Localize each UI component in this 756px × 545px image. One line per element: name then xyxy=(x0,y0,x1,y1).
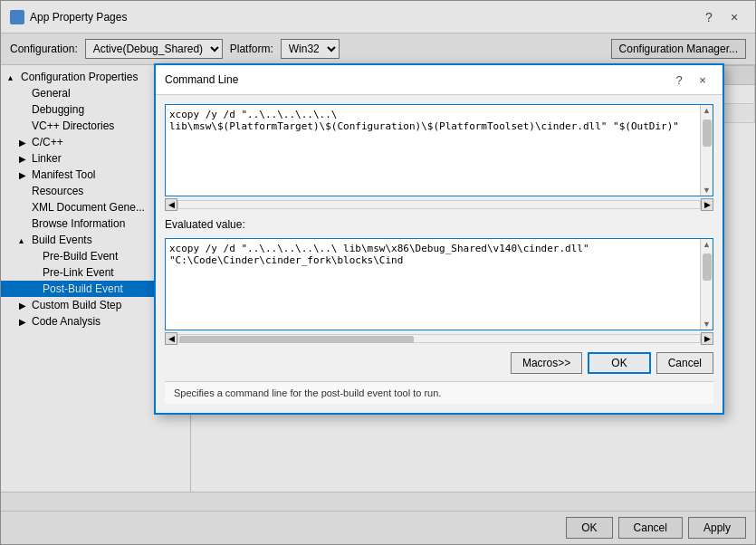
command-textarea-wrapper: xcopy /y /d "..\..\..\..\..\ lib\msw\$(P… xyxy=(165,104,713,196)
dialog-controls: ? × xyxy=(668,71,713,89)
evaluated-scrollbar-v[interactable]: ▲ ▼ xyxy=(700,239,713,330)
dialog-desc-text: Specifies a command line for the post-bu… xyxy=(174,387,441,398)
dialog-content: xcopy /y /d "..\..\..\..\..\ lib\msw\$(P… xyxy=(156,95,723,413)
dialog-title-bar: Command Line ? × xyxy=(156,65,723,95)
eval-scroll-thumb[interactable] xyxy=(703,253,712,281)
dialog-ok-button[interactable]: OK xyxy=(588,352,650,374)
evaluated-label-container: Evaluated value: xyxy=(165,218,713,231)
eval-hscroll-left[interactable]: ◀ xyxy=(165,332,177,345)
command-line-dialog: Command Line ? × xcopy /y /d "..\..\..\.… xyxy=(154,63,724,415)
eval-hscroll-right[interactable]: ▶ xyxy=(701,332,713,345)
evaluated-value: xcopy /y /d "..\..\..\..\..\ lib\msw\x86… xyxy=(166,239,700,330)
hscroll-right-arrow[interactable]: ▶ xyxy=(701,198,713,211)
modal-overlay: Command Line ? × xcopy /y /d "..\..\..\.… xyxy=(0,0,756,545)
scroll-thumb-command[interactable] xyxy=(703,120,712,147)
eval-scroll-down-arrow[interactable]: ▼ xyxy=(701,319,713,330)
dialog-title: Command Line xyxy=(165,73,238,86)
dialog-help-button[interactable]: ? xyxy=(668,71,690,89)
hscroll-track[interactable] xyxy=(177,200,701,209)
dialog-description: Specifies a command line for the post-bu… xyxy=(165,381,713,404)
hscroll-left-arrow[interactable]: ◀ xyxy=(165,198,177,211)
command-hscroll-bar[interactable]: ◀ ▶ xyxy=(165,198,713,211)
dialog-close-button[interactable]: × xyxy=(692,71,713,89)
scroll-down-arrow[interactable]: ▼ xyxy=(701,185,713,196)
eval-scroll-up-arrow[interactable]: ▲ xyxy=(701,239,713,250)
command-scrollbar-v[interactable]: ▲ ▼ xyxy=(700,105,713,196)
eval-hscroll-bar[interactable]: ◀ ▶ xyxy=(165,332,713,345)
main-window: App Property Pages ? × Configuration: Ac… xyxy=(0,0,756,545)
dialog-bottom-row: Macros>> OK Cancel xyxy=(165,352,713,374)
dialog-cancel-button[interactable]: Cancel xyxy=(656,352,713,374)
command-input[interactable]: xcopy /y /d "..\..\..\..\..\ lib\msw\$(P… xyxy=(166,105,700,196)
macros-button[interactable]: Macros>> xyxy=(511,352,582,374)
eval-hscroll-track[interactable] xyxy=(177,334,701,343)
eval-hscroll-thumb[interactable] xyxy=(179,336,414,343)
scroll-up-arrow[interactable]: ▲ xyxy=(701,105,713,116)
evaluated-textarea-wrapper: xcopy /y /d "..\..\..\..\..\ lib\msw\x86… xyxy=(165,238,713,330)
evaluated-label: Evaluated value: xyxy=(165,218,245,231)
